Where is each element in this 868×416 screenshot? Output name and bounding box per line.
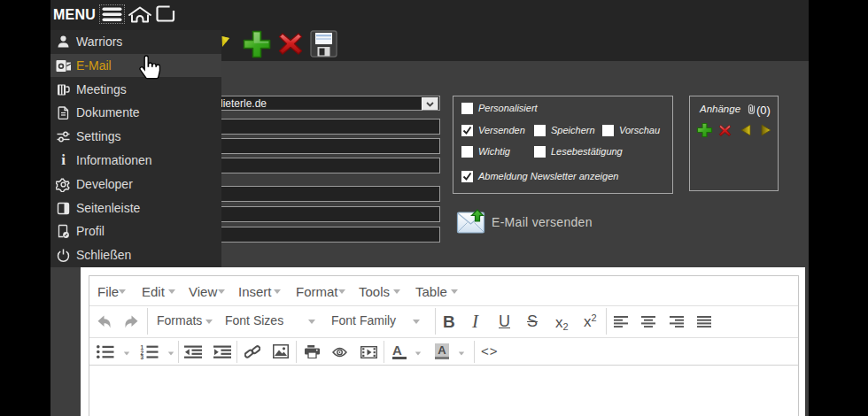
- svg-text:3: 3: [141, 354, 144, 359]
